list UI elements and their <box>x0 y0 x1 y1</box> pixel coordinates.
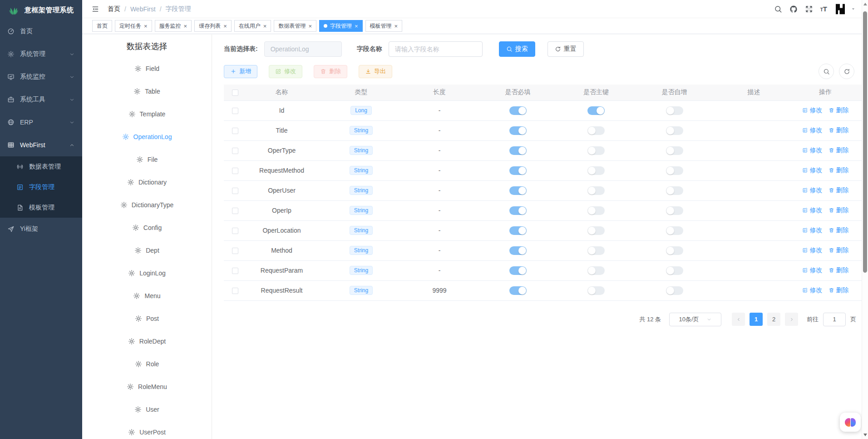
select-all-checkbox[interactable] <box>232 90 238 96</box>
page-size-select[interactable]: 10条/页 <box>669 313 721 326</box>
table-search-button[interactable] <box>819 64 834 79</box>
edit-row-button[interactable]: 修改 <box>802 246 823 254</box>
auto-increment-toggle[interactable] <box>666 106 683 115</box>
sidebar-item-webfirst[interactable]: WebFirst <box>0 134 82 156</box>
tab-table-management[interactable]: 数据表管理× <box>274 20 316 32</box>
search-icon[interactable] <box>774 5 782 13</box>
row-checkbox[interactable] <box>232 148 238 154</box>
required-toggle[interactable] <box>509 206 527 215</box>
tab-close-icon[interactable]: × <box>144 23 148 29</box>
goto-page-input[interactable] <box>823 313 846 326</box>
primary-key-toggle[interactable] <box>587 286 605 295</box>
primary-key-toggle[interactable] <box>587 186 605 195</box>
required-toggle[interactable] <box>509 106 527 115</box>
sidebar-item-system-admin[interactable]: 系统管理 <box>0 43 82 65</box>
required-toggle[interactable] <box>509 286 527 295</box>
prev-page-button[interactable] <box>732 313 745 326</box>
row-checkbox[interactable] <box>232 168 238 174</box>
tree-item-roledept[interactable]: RoleDept <box>82 330 212 353</box>
tab-service-monitor[interactable]: 服务监控× <box>155 20 192 32</box>
auto-increment-toggle[interactable] <box>666 226 683 235</box>
tree-item-file[interactable]: File <box>82 148 212 171</box>
row-checkbox[interactable] <box>232 268 238 274</box>
primary-key-toggle[interactable] <box>587 126 605 135</box>
required-toggle[interactable] <box>509 266 527 275</box>
scrollbar-thumb[interactable] <box>863 11 867 273</box>
fullscreen-icon[interactable] <box>805 5 813 13</box>
breadcrumb-home[interactable]: 首页 <box>108 5 120 13</box>
auto-increment-toggle[interactable] <box>666 206 683 215</box>
tab-cache-list[interactable]: 缓存列表× <box>194 20 232 32</box>
help-icon[interactable] <box>790 5 797 12</box>
tab-close-icon[interactable]: × <box>355 23 358 29</box>
auto-increment-toggle[interactable] <box>666 146 683 155</box>
breadcrumb-webfirst[interactable]: WebFirst <box>130 5 156 13</box>
page-scrollbar[interactable] <box>862 0 868 439</box>
row-checkbox[interactable] <box>232 188 238 194</box>
ai-assistant-button[interactable] <box>840 413 861 432</box>
delete-row-button[interactable]: 删除 <box>829 286 849 294</box>
delete-row-button[interactable]: 删除 <box>829 266 849 274</box>
tab-close-icon[interactable]: × <box>184 23 187 29</box>
tab-home[interactable]: 首页 <box>92 20 112 32</box>
tree-item-post[interactable]: Post <box>82 307 212 330</box>
auto-increment-toggle[interactable] <box>666 126 683 135</box>
row-checkbox[interactable] <box>232 108 238 114</box>
sidebar-collapse-icon[interactable] <box>91 5 99 13</box>
tree-item-user[interactable]: User <box>82 398 212 421</box>
tab-online-users[interactable]: 在线用户× <box>234 20 271 32</box>
primary-key-toggle[interactable] <box>587 226 605 235</box>
edit-row-button[interactable]: 修改 <box>802 126 823 135</box>
primary-key-toggle[interactable] <box>587 166 605 175</box>
required-toggle[interactable] <box>509 246 527 255</box>
row-checkbox[interactable] <box>232 228 238 234</box>
edit-row-button[interactable]: 修改 <box>802 146 823 155</box>
tree-item-role[interactable]: Role <box>82 353 212 375</box>
reset-button[interactable]: 重置 <box>547 41 584 57</box>
tree-item-userpost[interactable]: UserPost <box>82 421 212 439</box>
required-toggle[interactable] <box>509 166 527 175</box>
auto-increment-toggle[interactable] <box>666 266 683 275</box>
table-refresh-button[interactable] <box>839 64 854 79</box>
tree-item-rolemenu[interactable]: RoleMenu <box>82 375 212 398</box>
next-page-button[interactable] <box>785 313 798 326</box>
primary-key-toggle[interactable] <box>587 246 605 255</box>
sidebar-item-field-management[interactable]: 字段管理 <box>0 177 82 197</box>
add-button[interactable]: 新增 <box>224 65 257 78</box>
sidebar-item-system-monitor[interactable]: 系统监控 <box>0 65 82 88</box>
delete-row-button[interactable]: 删除 <box>829 166 849 175</box>
delete-row-button[interactable]: 删除 <box>829 186 849 195</box>
tab-field-management[interactable]: 字段管理× <box>319 20 363 32</box>
app-logo[interactable]: 意框架管理系统 <box>0 0 82 20</box>
page-button-2[interactable]: 2 <box>767 313 780 326</box>
edit-button[interactable]: 修改 <box>269 65 302 78</box>
tree-item-template[interactable]: Template <box>82 103 212 125</box>
sidebar-item-erp[interactable]: ERP <box>0 111 82 134</box>
edit-row-button[interactable]: 修改 <box>802 286 823 294</box>
tab-close-icon[interactable]: × <box>395 23 398 29</box>
primary-key-toggle[interactable] <box>587 106 605 115</box>
delete-row-button[interactable]: 删除 <box>829 226 849 234</box>
user-menu[interactable] <box>833 2 856 16</box>
required-toggle[interactable] <box>509 126 527 135</box>
tree-item-dictionary[interactable]: Dictionary <box>82 171 212 194</box>
auto-increment-toggle[interactable] <box>666 286 683 295</box>
scroll-up-arrow[interactable] <box>863 3 867 5</box>
sidebar-item-template-management[interactable]: 模板管理 <box>0 197 82 218</box>
delete-row-button[interactable]: 删除 <box>829 126 849 135</box>
scroll-down-arrow[interactable] <box>863 434 867 436</box>
sidebar-item-system-tools[interactable]: 系统工具 <box>0 88 82 111</box>
required-toggle[interactable] <box>509 226 527 235</box>
required-toggle[interactable] <box>509 186 527 195</box>
delete-button[interactable]: 删除 <box>314 65 347 78</box>
tree-item-dept[interactable]: Dept <box>82 239 212 262</box>
row-checkbox[interactable] <box>232 248 238 254</box>
auto-increment-toggle[interactable] <box>666 166 683 175</box>
tab-template-management[interactable]: 模板管理× <box>365 20 403 32</box>
primary-key-toggle[interactable] <box>587 146 605 155</box>
tree-item-table[interactable]: Table <box>82 80 212 103</box>
delete-row-button[interactable]: 删除 <box>829 106 849 115</box>
sidebar-item-home[interactable]: 首页 <box>0 20 82 43</box>
tree-item-menu[interactable]: Menu <box>82 284 212 307</box>
edit-row-button[interactable]: 修改 <box>802 226 823 234</box>
